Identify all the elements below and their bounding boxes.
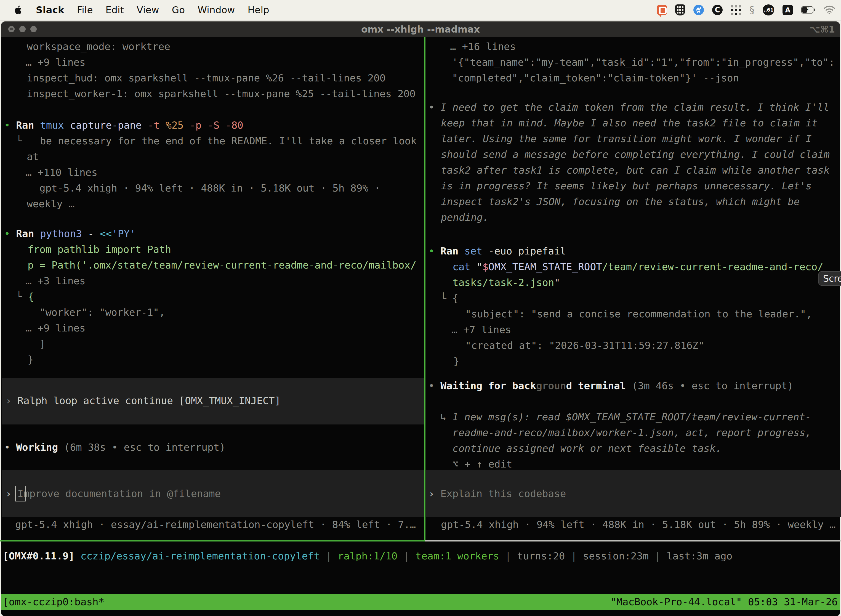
text-segment: " <box>554 277 560 288</box>
menu-item-go[interactable]: Go <box>172 4 185 15</box>
text-segment: | <box>571 550 583 562</box>
title-bar[interactable]: omx --xhigh --madmax ⌥⌘1 <box>1 22 840 37</box>
shield-grid-icon[interactable] <box>675 4 685 15</box>
text-segment: later. Using the same for transition mig… <box>441 133 812 144</box>
text-segment: Ran <box>16 228 40 239</box>
terminal-line: pending. <box>441 210 489 225</box>
text-segment: -t <box>148 119 166 131</box>
text-segment: continue assigned work or next feasible … <box>453 443 722 454</box>
terminal-line: task2 after task1 is complete, but can I… <box>441 162 830 178</box>
menu-item-file[interactable]: File <box>77 4 93 15</box>
tmux-session-label[interactable]: [omx-cczip0:bash* <box>3 594 104 610</box>
text-segment: … +110 lines <box>26 167 97 178</box>
menu-app-name[interactable]: Slack <box>36 4 64 15</box>
text-segment: capture-pane <box>70 119 148 131</box>
terminal-line: • I need to get the claim token from the… <box>428 99 829 115</box>
text-segment: '{"team_name":"my-team","task_id":"1","f… <box>452 57 835 68</box>
battery-icon[interactable]: ⚡ <box>801 6 816 13</box>
terminal-line: tasks/task-2.json" <box>453 274 560 290</box>
dark-crescent-icon[interactable]: C <box>712 5 722 15</box>
terminal-line: • Ran python3 - <<'PY' <box>4 226 136 242</box>
text-segment: └ <box>16 135 22 147</box>
text-segment: d terminal <box>566 380 632 392</box>
text-segment: " <box>476 261 483 273</box>
tmux-status-bar: [omx-cczip0:bash* "MacBook-Pro-44.local"… <box>1 594 840 610</box>
input-source-icon[interactable]: A <box>782 5 793 15</box>
menu-bar-status-icons: C § ..61 A ⚡ <box>657 4 841 15</box>
text-segment: Ralph loop active continue [OMX_TMUX_INJ… <box>18 395 281 406</box>
text-segment: gpt-5.4 xhigh · essay/ai-reimplementatio… <box>15 519 416 530</box>
text-segment: Working <box>16 441 64 453</box>
text-segment: "created_at": "2026-03-31T11:59:27.816Z" <box>465 340 705 351</box>
terminal-line: inspect_hud: omx sparkshell --tmux-pane … <box>27 70 385 86</box>
terminal-line: … +16 lines <box>450 39 516 54</box>
text-segment: -80 <box>226 119 243 131</box>
terminal-line: … +110 lines <box>26 164 97 180</box>
menu-item-window[interactable]: Window <box>198 4 235 15</box>
terminal-line: is in progress? It seems likely but perh… <box>441 178 812 194</box>
terminal-line: • Ran tmux capture-pane -t %25 -p -S -80 <box>4 117 243 133</box>
pane-divider[interactable] <box>424 37 425 541</box>
text-segment: "subject": "send a concise recommendatio… <box>465 308 812 320</box>
terminal-line: should send a message before completing … <box>441 147 830 162</box>
counter-badge-icon[interactable]: ..61 <box>763 4 774 15</box>
omx-status-line: [OMX#0.11.9] cczip/essay/ai-reimplementa… <box>3 548 732 564</box>
text-segment: { <box>452 293 458 304</box>
menu-bar-left: Slack File Edit View Go Window Help <box>0 4 282 15</box>
terminal-line: … +9 lines <box>26 320 85 336</box>
terminal-line: gpt-5.4 xhigh · 94% left · 488K in · 5.1… <box>40 180 380 196</box>
terminal-line: › Improve documentation in @filename <box>6 486 221 502</box>
text-segment: • <box>428 101 440 113</box>
text-segment: OMX_TEAM_STATE_ROOT <box>488 261 602 273</box>
text-segment: inspect_worker-1: omx sparkshell --tmux-… <box>27 88 416 99</box>
text-cursor: I <box>18 488 23 499</box>
text-segment: be necessary for the end of the README. … <box>22 135 417 147</box>
terminal-line: … +3 lines <box>26 273 85 289</box>
text-segment: › <box>428 488 440 499</box>
command-output-connector <box>19 238 19 292</box>
text-segment: … +9 lines <box>26 57 85 68</box>
blue-bolt-icon[interactable] <box>693 5 704 15</box>
text-segment: is in progress? It seems likely but perh… <box>441 180 812 192</box>
text-segment: • <box>4 119 16 131</box>
text-segment: • <box>4 441 16 453</box>
tooltip-label: Scre <box>823 273 841 284</box>
terminal-line: gpt-5.4 xhigh · 94% left · 488K in · 5.1… <box>441 517 835 532</box>
text-segment: • <box>428 380 440 392</box>
terminal-line: … +9 lines <box>26 54 85 70</box>
screen: Slack File Edit View Go Window Help C § … <box>0 0 841 616</box>
menu-item-help[interactable]: Help <box>248 4 269 15</box>
text-segment: readme-and-reco/mailbox/worker-1.json, a… <box>453 427 811 438</box>
text-segment: $ <box>482 261 488 273</box>
text-segment: turns:20 <box>517 550 571 562</box>
text-segment: 'PY' <box>112 228 136 239</box>
slack-badge-icon[interactable] <box>657 5 667 15</box>
text-segment: tasks/task-2.json <box>453 277 554 288</box>
terminal-line: cat "$OMX_TEAM_STATE_ROOT/team/review-cu… <box>453 259 823 274</box>
text-segment: team:1 workers <box>416 550 505 562</box>
terminal-line: … +7 lines <box>451 322 511 337</box>
terminal-line: ⌥ + ↑ edit <box>453 456 512 472</box>
text-segment: << <box>100 228 112 239</box>
text-segment: (3m 46s • esc to interrupt) <box>632 380 793 392</box>
terminal-line: • Ran set -euo pipefail <box>428 243 566 259</box>
terminal-line: › Explain this codebase <box>428 486 566 502</box>
text-segment: should send a message before completing … <box>441 149 830 160</box>
text-segment: inspect task2's JSON, focusing on the st… <box>441 196 800 207</box>
terminal-line: inspect task2's JSON, focusing on the st… <box>441 194 800 210</box>
text-segment: Explain this codebase <box>440 488 566 499</box>
dots-grid-icon[interactable] <box>731 5 741 15</box>
text-segment: weekly … <box>27 198 75 210</box>
text-segment: Ran <box>440 245 464 257</box>
text-segment: %25 <box>166 119 189 131</box>
terminal-line: inspect_worker-1: omx sparkshell --tmux-… <box>27 86 416 101</box>
text-segment: session:23m <box>583 550 655 562</box>
apple-menu-icon[interactable] <box>14 5 24 15</box>
menu-item-edit[interactable]: Edit <box>105 4 124 15</box>
text-segment: ↳ <box>440 411 452 422</box>
menu-item-view[interactable]: View <box>136 4 159 15</box>
left-pane-bottom-border <box>0 540 425 541</box>
wifi-icon[interactable] <box>824 6 835 14</box>
text-segment: at <box>27 151 39 162</box>
hook-icon[interactable]: § <box>749 5 755 15</box>
